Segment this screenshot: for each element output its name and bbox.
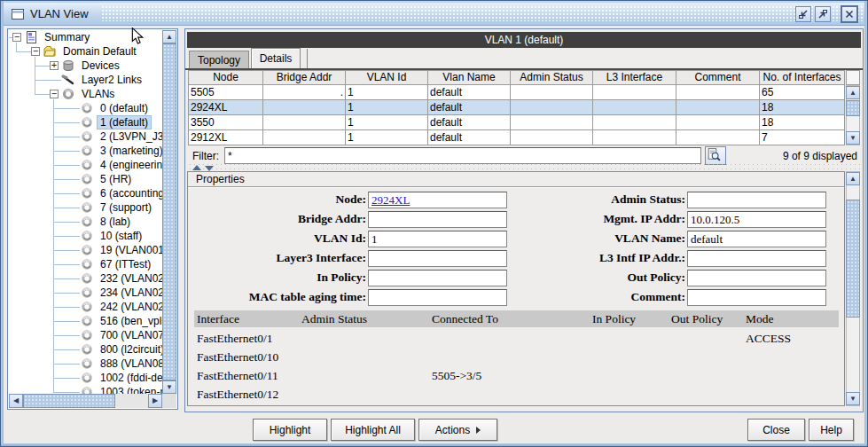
tree-item-4-engineering[interactable]: 4 (engineering bbox=[9, 158, 162, 172]
scroll-down-icon[interactable]: ▼ bbox=[846, 392, 860, 405]
column-header-l3-interface[interactable]: L3 Interface bbox=[593, 70, 676, 85]
tree-item-700-vlan070[interactable]: 700 (VLAN070 bbox=[9, 328, 162, 342]
column-header-vlan-name[interactable]: Vlan Name bbox=[428, 70, 511, 85]
scroll-up-icon[interactable]: ▲ bbox=[846, 86, 860, 99]
column-header-vlan-id[interactable]: VLAN Id bbox=[346, 70, 428, 85]
panel-title-bar: VLAN 1 (default) bbox=[187, 32, 861, 48]
tree-item-19-vlan0019[interactable]: 19 (VLAN0019 bbox=[9, 243, 162, 257]
minimize-button[interactable] bbox=[795, 6, 811, 22]
collapse-toggle-icon[interactable]: − bbox=[50, 90, 59, 98]
table-row-2924xl[interactable]: 2924XL1default18 bbox=[189, 100, 845, 115]
table-cell: 1 bbox=[346, 115, 428, 130]
tree-connector-dash bbox=[68, 101, 80, 115]
tree-connector-dash bbox=[68, 357, 80, 371]
tree-item-summary[interactable]: −Summary bbox=[9, 30, 162, 44]
tree-item-0-default[interactable]: 0 (default) bbox=[9, 101, 162, 115]
maximize-button[interactable] bbox=[815, 6, 831, 22]
tree-item-67-ittest[interactable]: 67 (ITTest) bbox=[9, 257, 162, 271]
column-header-node[interactable]: Node bbox=[189, 70, 263, 85]
scrollbar-thumb[interactable] bbox=[846, 200, 860, 318]
collapse-toggle-icon[interactable]: − bbox=[12, 33, 21, 42]
tree-item-800-l2circuit[interactable]: 800 (l2circuit) bbox=[9, 342, 162, 357]
actions-menu-button[interactable]: Actions bbox=[418, 419, 497, 441]
tree-item-516-ben-vpls[interactable]: 516 (ben_vpls bbox=[9, 314, 162, 328]
close-button[interactable]: Close bbox=[747, 419, 805, 441]
tab-topology[interactable]: Topology bbox=[189, 51, 249, 68]
tree-item-1003-token-ri[interactable]: 1003 (token-ri bbox=[9, 385, 162, 394]
column-header-admin-status[interactable]: Admin Status bbox=[511, 70, 593, 85]
filter-search-button[interactable] bbox=[705, 146, 726, 165]
table-row-2912xl[interactable]: 2912XL1default7 bbox=[189, 130, 845, 145]
vlan-name-field[interactable]: default bbox=[687, 231, 826, 247]
tree-item-1002-fddi-det[interactable]: 1002 (fddi-det bbox=[9, 371, 162, 385]
tree-connector-dash bbox=[68, 371, 80, 385]
split-pane-divider[interactable] bbox=[187, 164, 861, 171]
column-header-comment[interactable]: Comment bbox=[676, 70, 760, 85]
l3-intf-ip-addr-field[interactable] bbox=[687, 250, 826, 267]
interface-row-fastethernet0-1[interactable]: FastEthernet0/1ACCESS bbox=[194, 329, 839, 348]
interface-cell bbox=[671, 366, 746, 385]
interface-row-fastethernet0-12[interactable]: FastEthernet0/12 bbox=[194, 385, 839, 404]
tree-item-6-accounting[interactable]: 6 (accounting) bbox=[9, 186, 162, 200]
collapse-toggle-icon[interactable]: − bbox=[31, 47, 40, 56]
close-window-icon[interactable] bbox=[841, 5, 858, 23]
tree-connector-dash bbox=[68, 158, 80, 172]
interface-cell bbox=[432, 348, 592, 366]
vlan-ring-icon bbox=[80, 371, 94, 385]
scroll-left-icon[interactable]: ◀ bbox=[9, 394, 23, 408]
scroll-up-icon[interactable]: ▲ bbox=[846, 172, 860, 185]
tree-item-2-l3vpn-j3[interactable]: 2 (L3VPN_J3_ bbox=[9, 129, 162, 144]
scroll-up-icon[interactable]: ▲ bbox=[162, 30, 176, 43]
tree-item-10-staff[interactable]: 10 (staff) bbox=[9, 229, 162, 243]
title-bar[interactable]: VLAN View bbox=[4, 3, 864, 26]
tree-item-234-vlan023[interactable]: 234 (VLAN023 bbox=[9, 286, 162, 300]
comment-field[interactable] bbox=[687, 289, 826, 306]
expand-toggle-icon[interactable]: + bbox=[50, 61, 59, 70]
scrollbar-thumb[interactable] bbox=[23, 394, 115, 408]
tree-item-domain-default[interactable]: −Domain Default bbox=[9, 44, 162, 59]
properties-panel: Properties Node:2924XLBridge Addr:VLAN I… bbox=[187, 171, 845, 406]
tab-details[interactable]: Details bbox=[251, 48, 301, 68]
column-header-no-of-interfaces[interactable]: No. of Interfaces bbox=[760, 70, 845, 85]
tree-horizontal-scrollbar[interactable]: ◀ ▶ bbox=[9, 394, 162, 408]
tree-item-vlans[interactable]: −VLANs bbox=[9, 87, 162, 101]
interface-row-fastethernet0-11[interactable]: FastEthernet0/115505->3/5 bbox=[194, 366, 839, 385]
tree-item-layer2-links[interactable]: Layer2 Links bbox=[9, 73, 162, 87]
tree-item-label: 888 (VLAN088 bbox=[98, 357, 162, 370]
help-button[interactable]: Help bbox=[809, 419, 854, 441]
node-link[interactable]: 2924XL bbox=[371, 193, 410, 207]
mgmt-ip-addr-field[interactable]: 10.0.120.5 bbox=[687, 211, 826, 228]
column-header-bridge-addr[interactable]: Bridge Addr bbox=[263, 70, 346, 85]
tree-connector-dash bbox=[68, 300, 80, 314]
tree-vertical-scrollbar[interactable]: ▲ ▼ bbox=[162, 30, 176, 394]
scrollbar-thumb[interactable] bbox=[162, 43, 176, 380]
tree-item-7-support[interactable]: 7 (support) bbox=[9, 200, 162, 215]
table-cell bbox=[511, 85, 593, 100]
interface-row-fastethernet0-10[interactable]: FastEthernet0/10 bbox=[194, 348, 839, 366]
vlan-ring-icon bbox=[80, 101, 94, 115]
tree-item-devices[interactable]: +Devices bbox=[9, 59, 162, 73]
scroll-down-icon[interactable]: ▼ bbox=[162, 380, 176, 394]
tree-item-888-vlan088[interactable]: 888 (VLAN088 bbox=[9, 357, 162, 371]
table-cell: 18 bbox=[760, 115, 845, 130]
highlight-all-button[interactable]: Highlight All bbox=[331, 419, 415, 441]
tree-item-232-vlan023[interactable]: 232 (VLAN023 bbox=[9, 271, 162, 286]
admin-status-field[interactable] bbox=[687, 192, 826, 208]
table-vertical-scrollbar[interactable]: ▲ ▼ bbox=[846, 85, 860, 145]
scroll-right-icon[interactable]: ▶ bbox=[148, 394, 162, 408]
out-policy-field[interactable] bbox=[687, 270, 826, 286]
properties-vertical-scrollbar[interactable]: ▲ ▼ bbox=[846, 171, 860, 406]
highlight-button[interactable]: Highlight bbox=[253, 419, 327, 441]
scroll-down-icon[interactable]: ▼ bbox=[846, 131, 860, 145]
tree-item-3-marketing[interactable]: 3 (marketing) bbox=[9, 144, 162, 158]
tree-item-8-lab[interactable]: 8 (lab) bbox=[9, 215, 162, 229]
collapse-up-icon[interactable] bbox=[192, 165, 201, 170]
table-cell bbox=[593, 130, 676, 145]
table-row-5505[interactable]: 5505.1default65 bbox=[189, 85, 845, 100]
scrollbar-thumb[interactable] bbox=[846, 100, 860, 116]
tree-item-242-vlan024[interactable]: 242 (VLAN024 bbox=[9, 300, 162, 314]
tree-item-5-hr[interactable]: 5 (HR) bbox=[9, 172, 162, 186]
tree-item-1-default[interactable]: 1 (default) bbox=[9, 115, 162, 129]
table-row-3550[interactable]: 35501default18 bbox=[189, 115, 845, 130]
filter-input[interactable] bbox=[224, 147, 701, 164]
